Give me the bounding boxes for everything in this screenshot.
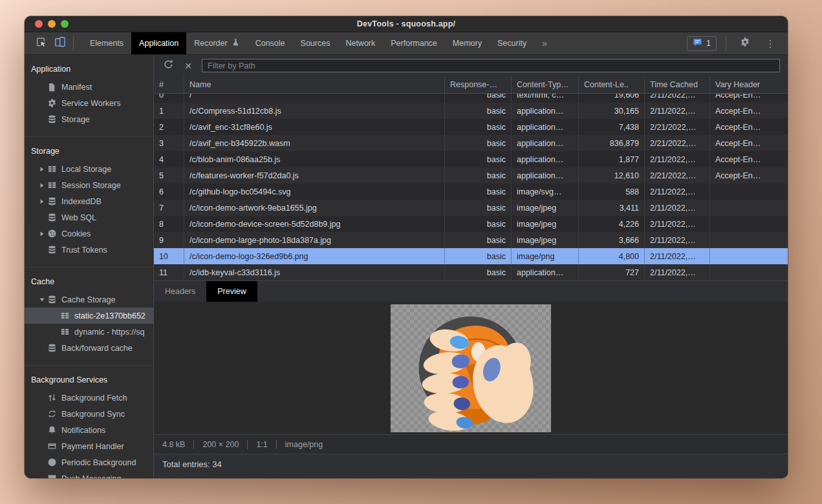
sidebar-item-storage[interactable]: Storage (25, 111, 153, 127)
sidebar-item-session-storage[interactable]: Session Storage (25, 177, 153, 193)
image-stats-bar: 4.8 kB200 × 2001:1image/png (154, 434, 788, 454)
sidebar-item-background-fetch[interactable]: Background Fetch (25, 390, 153, 406)
cell-num: 4 (154, 151, 184, 167)
cell-time_cached: 2/21/2022,… (645, 167, 710, 184)
column-header-[interactable]: # (154, 76, 184, 93)
database-icon (47, 114, 57, 125)
minimize-window-button[interactable] (48, 20, 56, 28)
zoom-window-button[interactable] (61, 20, 69, 28)
settings-button[interactable] (735, 34, 755, 52)
sidebar-item-trust-tokens[interactable]: Trust Tokens (25, 242, 153, 258)
sidebar-item-push-messaging[interactable]: Push Messaging (25, 470, 153, 478)
delete-selected-button[interactable]: ✕ (182, 59, 195, 72)
cell-content_type: image/jpeg (512, 200, 579, 216)
sidebar-section-title: Background Services (25, 366, 153, 390)
issues-counter-button[interactable]: 1 (687, 36, 717, 51)
cell-content_type: application… (512, 264, 579, 280)
sidebar-item-notifications[interactable]: Notifications (25, 422, 153, 438)
table-row[interactable]: 4/c/blob-anim-086aa25b.jsbasicapplicatio… (154, 151, 788, 167)
column-header-response[interactable]: Response-… (445, 76, 512, 93)
sidebar-item-web-sql[interactable]: Web SQL (25, 209, 153, 226)
sidebar-item-label: Push Messaging (61, 474, 121, 479)
sidebar-item-manifest[interactable]: Manifest (25, 79, 153, 95)
table-row[interactable]: 5/c/features-worker-f57d2da0.jsbasicappl… (154, 167, 788, 184)
triangle-down-icon[interactable] (38, 297, 47, 302)
table-row[interactable]: 7/c/icon-demo-artwork-9eba1655.jpgbasici… (154, 200, 788, 216)
sidebar-item-payment-handler[interactable]: Payment Handler (25, 438, 153, 454)
triangle-right-icon[interactable] (38, 231, 47, 236)
cell-name: /c/Compress-51d12cb8.js (184, 103, 445, 119)
sidebar-item-label: Back/forward cache (61, 344, 133, 353)
cell-response_type: basic (445, 232, 512, 248)
preview-pane (154, 302, 788, 434)
cell-content_type: image/png (512, 248, 579, 264)
sidebar-item-cookies[interactable]: Cookies (25, 226, 153, 242)
table-row[interactable]: 8/c/icon-demo-device-screen-5d52d8b9.jpg… (154, 216, 788, 232)
detail-tab-preview[interactable]: Preview (206, 281, 257, 302)
device-toolbar-icon (54, 36, 66, 50)
triangle-right-icon[interactable] (38, 167, 47, 172)
sidebar-item-back-forward-cache[interactable]: Back/forward cache (25, 340, 153, 356)
column-header-content-typ[interactable]: Content-Typ… (512, 76, 579, 93)
cell-content_type: application… (512, 167, 579, 184)
cell-vary_header: Accept-En… (710, 103, 788, 119)
sidebar-item-background-sync[interactable]: Background Sync (25, 406, 153, 422)
inspect-cursor-icon (35, 36, 47, 50)
cell-num: 5 (154, 167, 184, 184)
table-row[interactable]: 0/basictext/html; c…19,6062/11/2022,…Acc… (154, 94, 788, 103)
tab-sources[interactable]: Sources (293, 32, 338, 54)
tab-recorder[interactable]: Recorder (186, 32, 247, 54)
column-header-time-cached[interactable]: Time Cached (645, 76, 710, 93)
sidebar-item-dynamic-https-sq[interactable]: dynamic - https://sq (25, 324, 153, 340)
sidebar-item-local-storage[interactable]: Local Storage (25, 161, 153, 177)
triangle-right-icon[interactable] (38, 199, 47, 204)
database-icon (47, 213, 57, 223)
detail-tab-headers[interactable]: Headers (154, 281, 206, 302)
column-header-vary-header[interactable]: Vary Header (710, 76, 788, 93)
triangle-right-icon[interactable] (38, 183, 47, 188)
sidebar-item-periodic-background[interactable]: Periodic Background (25, 454, 153, 470)
refresh-button[interactable] (162, 59, 175, 72)
toolbar-right-group: 1 ⋮ (687, 34, 788, 52)
tab-memory[interactable]: Memory (445, 32, 490, 54)
device-toolbar-button[interactable] (50, 34, 70, 52)
cell-num: 0 (154, 94, 184, 103)
more-tabs-button[interactable]: » (534, 38, 555, 48)
table-row[interactable]: 2/c/avif_enc-31cf8e60.jsbasicapplication… (154, 119, 788, 135)
close-window-button[interactable] (35, 20, 43, 28)
tab-console[interactable]: Console (248, 32, 293, 54)
table-header-row: #NameResponse-…Content-Typ…Content-Le..T… (154, 76, 788, 94)
table-row[interactable]: 1/c/Compress-51d12cb8.jsbasicapplication… (154, 103, 788, 119)
tab-label: Memory (453, 39, 482, 48)
tab-performance[interactable]: Performance (383, 32, 445, 54)
table-row[interactable]: 3/c/avif_enc-b345922b.wasmbasicapplicati… (154, 135, 788, 151)
table-row[interactable]: 6/c/github-logo-bc05494c.svgbasicimage/s… (154, 184, 788, 200)
cookie-icon (47, 229, 57, 239)
updown-arrows-icon (47, 393, 57, 403)
cell-time_cached: 2/11/2022,… (645, 184, 710, 200)
cell-name: /c/icon-demo-large-photo-18da387a.jpg (184, 232, 445, 248)
tab-network[interactable]: Network (338, 32, 383, 54)
column-header-name[interactable]: Name (184, 76, 445, 93)
sidebar-item-indexeddb[interactable]: IndexedDB (25, 193, 153, 209)
cell-time_cached: 2/11/2022,… (645, 151, 710, 167)
application-sidebar: ApplicationManifestService WorkersStorag… (25, 55, 154, 478)
table-row[interactable]: 9/c/icon-demo-large-photo-18da387a.jpgba… (154, 232, 788, 248)
tab-security[interactable]: Security (490, 32, 534, 54)
cell-num: 7 (154, 200, 184, 216)
tab-application[interactable]: Application (131, 32, 186, 54)
more-options-button[interactable]: ⋮ (761, 34, 780, 52)
filter-by-path-input[interactable] (202, 59, 780, 72)
column-header-content-le[interactable]: Content-Le.. (579, 76, 645, 93)
window-titlebar[interactable]: DevTools - squoosh.app/ (25, 16, 788, 32)
sidebar-item-label: Storage (61, 115, 90, 124)
table-row[interactable]: 11/c/idb-keyval-c33d3116.jsbasicapplicat… (154, 264, 788, 280)
tab-elements[interactable]: Elements (82, 32, 131, 54)
cell-num: 6 (154, 184, 184, 200)
sidebar-item-label: Manifest (61, 83, 92, 92)
inspect-element-button[interactable] (31, 34, 50, 52)
sidebar-item-cache-storage[interactable]: Cache Storage (25, 291, 153, 308)
sidebar-item-service-workers[interactable]: Service Workers (25, 95, 153, 111)
sidebar-item-static-2e1370bb652[interactable]: static-2e1370bb652 (25, 308, 153, 324)
table-row[interactable]: 10/c/icon-demo-logo-326ed9b6.pngbasicima… (154, 248, 788, 264)
